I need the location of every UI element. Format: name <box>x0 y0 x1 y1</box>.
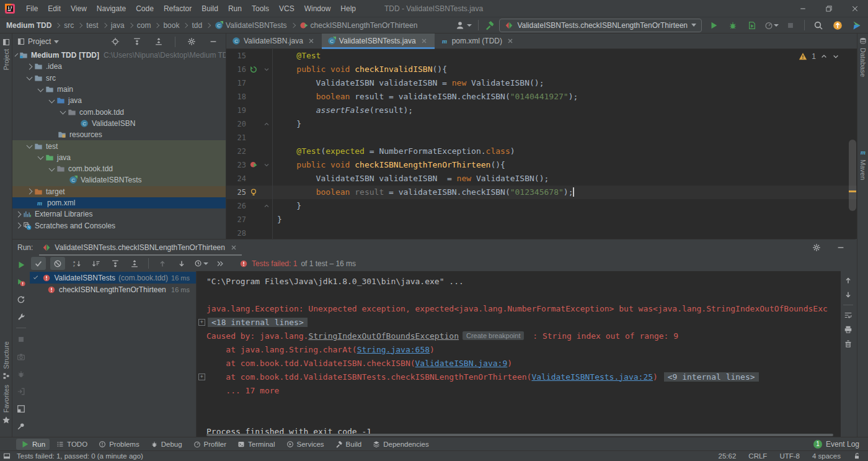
clear-console-icon[interactable] <box>844 339 852 348</box>
run-configuration-select[interactable]: ValidateISBNTests.checkISBNLengthTenOrTh… <box>499 19 702 32</box>
project-panel-title[interactable]: Project <box>28 37 51 46</box>
code-text[interactable]: } <box>272 117 857 131</box>
editor-scrollbar[interactable] <box>849 140 856 211</box>
editor-tab-pom-xml-tdd-[interactable]: mpom.xml (TDD) <box>435 34 521 48</box>
code-text[interactable] <box>272 226 857 239</box>
rerun-button[interactable] <box>14 258 29 271</box>
code-line-16[interactable]: 16 public void checkInvalidISBN(){ <box>226 63 857 76</box>
tree-chevron-icon[interactable] <box>27 74 33 81</box>
breadcrumb-item[interactable]: Medium TDD <box>6 21 51 30</box>
toolwindow-button-profiler[interactable]: Profiler <box>189 439 231 450</box>
tree-chevron-icon[interactable] <box>38 86 44 92</box>
stack-trace-link[interactable]: ValidateISBNTests.java:25 <box>531 372 653 382</box>
tree-item-medium-tdd[interactable]: Medium TDD[TDD]C:\Users\Nipuna\Desktop\M… <box>12 50 226 61</box>
collapse-all-button[interactable] <box>151 35 166 48</box>
run-button[interactable] <box>706 19 721 32</box>
toolbox-button[interactable] <box>849 19 864 32</box>
more-actions-button[interactable] <box>213 257 228 270</box>
code-text[interactable]: assertFalse(result); <box>272 104 857 117</box>
close-run-tab-icon[interactable] <box>229 243 239 253</box>
test-tree-chevron-icon[interactable] <box>33 275 38 279</box>
run-configuration-caret[interactable] <box>691 24 696 27</box>
settings-gear-button[interactable] <box>809 241 824 254</box>
user-profile-dropdown-caret[interactable] <box>467 24 472 27</box>
menu-refactor[interactable]: Refactor <box>159 2 197 15</box>
event-log-button[interactable]: 1 Event Log <box>813 440 868 449</box>
print-console-icon[interactable] <box>844 325 852 334</box>
status-line-ending[interactable]: CRLF <box>748 452 767 460</box>
breadcrumb-item[interactable]: tdd <box>192 21 202 30</box>
toolwindow-button-terminal[interactable]: Terminal <box>233 439 279 450</box>
tree-chevron-icon[interactable] <box>38 154 44 160</box>
stack-trace-link[interactable]: String.java:658 <box>357 345 430 354</box>
code-text[interactable]: ValidateISBN validateISBN = new Validate… <box>272 172 857 186</box>
fold-badge[interactable]: <9 internal lines> <box>664 372 759 382</box>
toolwindow-button-run[interactable]: Run <box>16 439 50 450</box>
menu-code[interactable]: Code <box>131 2 159 15</box>
tree-chevron-icon[interactable] <box>27 189 33 195</box>
sort-by-duration-button[interactable] <box>89 257 104 270</box>
tree-item-external-libraries[interactable]: External Libraries <box>12 208 226 220</box>
tree-item-test[interactable]: test <box>12 140 226 151</box>
status-caret-position[interactable]: 25:62 <box>719 452 737 460</box>
code-line-15[interactable]: 15 @Test <box>226 49 857 63</box>
test-passed-icon[interactable] <box>250 66 257 73</box>
next-problem-icon[interactable] <box>832 53 839 60</box>
menu-build[interactable]: Build <box>197 2 223 15</box>
tree-item-target[interactable]: target <box>12 186 226 197</box>
menu-file[interactable]: File <box>21 2 43 15</box>
tree-item-main[interactable]: main <box>12 84 226 95</box>
code-line-27[interactable]: 27} <box>226 213 857 226</box>
test-tree-item[interactable]: checkISBNLengthTenOrThirteen16 ms <box>30 284 196 295</box>
stack-trace-link[interactable]: ValidateISBN.java:9 <box>415 359 508 368</box>
code-text[interactable]: public void checkISBNLengthTenOrThirteen… <box>272 158 857 172</box>
breadcrumb-item[interactable]: CValidateISBNTests <box>215 21 287 30</box>
tree-item-validateisbntests[interactable]: CValidateISBNTests <box>12 174 226 186</box>
tab-close-icon[interactable] <box>306 36 316 46</box>
breadcrumb-item[interactable]: test <box>86 21 98 30</box>
user-profile-button[interactable] <box>455 20 472 30</box>
tree-item-src[interactable]: src <box>12 73 226 84</box>
scroll-to-top-icon[interactable] <box>844 276 852 285</box>
status-message[interactable]: Tests failed: 1, passed: 0 (a minute ago… <box>17 452 143 460</box>
menu-tools[interactable]: Tools <box>247 2 274 15</box>
show-ignored-button[interactable] <box>50 257 65 270</box>
test-history-dropdown-caret[interactable] <box>203 262 208 265</box>
tree-chevron-icon[interactable] <box>15 53 19 56</box>
hide-panel-button[interactable] <box>833 241 848 254</box>
test-settings-wrench-button[interactable] <box>14 310 29 323</box>
breadcrumb-item[interactable]: checkISBNLengthTenOrThirteen <box>299 21 418 30</box>
soft-wrap-icon[interactable] <box>844 311 852 320</box>
close-window-button[interactable] <box>842 0 868 17</box>
fold-down-icon[interactable] <box>263 161 270 169</box>
settings-gear-button[interactable] <box>184 35 199 48</box>
toolwindow-button-debug[interactable]: Debug <box>146 439 187 450</box>
breadcrumb-item[interactable]: java <box>111 21 125 30</box>
tree-chevron-icon[interactable] <box>27 63 33 69</box>
tree-item-validateisbn[interactable]: CValidateISBN <box>12 118 226 129</box>
breadcrumb-item[interactable]: src <box>64 21 74 30</box>
code-line-19[interactable]: 19 assertFalse(result); <box>226 104 857 117</box>
scroll-to-bottom-icon[interactable] <box>844 290 852 299</box>
select-opened-file-button[interactable] <box>108 35 123 48</box>
fold-badge[interactable]: <18 internal lines> <box>208 318 308 327</box>
toolwindow-button-services[interactable]: Services <box>282 439 329 450</box>
search-everywhere-button[interactable] <box>811 19 826 32</box>
exception-class-link[interactable]: StringIndexOutOfBoundsException <box>308 331 459 341</box>
code-line-25[interactable]: 25 boolean result = validateISBN.checkIS… <box>226 186 857 199</box>
tree-item-java[interactable]: java <box>12 152 226 163</box>
fold-up-icon[interactable] <box>263 202 270 210</box>
toolwindow-button-dependencies[interactable]: Dependencies <box>368 439 433 450</box>
sort-alphabetically-button[interactable]: az <box>69 257 84 270</box>
code-line-21[interactable]: 21 <box>226 131 857 145</box>
code-line-22[interactable]: 22 @Test(expected = NumberFormatExceptio… <box>226 145 857 158</box>
tree-chevron-icon[interactable] <box>49 97 55 103</box>
previous-problem-icon[interactable] <box>820 53 828 60</box>
tab-close-icon[interactable] <box>505 36 515 46</box>
project-view-dropdown-caret[interactable] <box>54 40 59 43</box>
code-text[interactable]: ValidateISBN validateISBN = new Validate… <box>272 76 857 90</box>
tree-chevron-icon[interactable] <box>49 165 55 171</box>
next-failed-test-button[interactable] <box>174 257 189 270</box>
run-with-coverage-button[interactable] <box>745 19 760 32</box>
code-text[interactable]: boolean result = validateISBN.checkISBN(… <box>272 90 857 104</box>
